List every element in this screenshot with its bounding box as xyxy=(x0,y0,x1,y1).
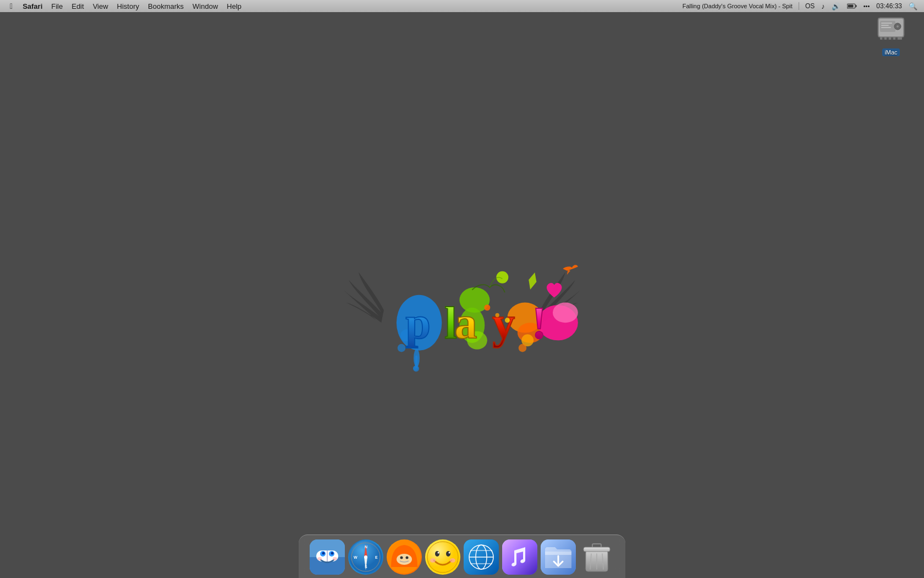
menu-edit[interactable]: Edit xyxy=(67,0,88,12)
svg-rect-13 xyxy=(887,37,889,40)
svg-point-54 xyxy=(322,552,325,555)
dock-item-safari[interactable]: N S W E xyxy=(348,539,383,575)
svg-point-33 xyxy=(553,303,578,323)
desktop-icon-imac[interactable]: iMac xyxy=(869,11,913,56)
svg-point-74 xyxy=(435,551,439,557)
menu-help[interactable]: Help xyxy=(222,0,246,12)
svg-rect-86 xyxy=(502,539,537,575)
itunes-icon xyxy=(502,539,537,575)
kenny-icon xyxy=(387,539,422,575)
menubar-separator xyxy=(799,2,799,10)
svg-rect-90 xyxy=(584,547,610,552)
svg-point-77 xyxy=(449,552,450,554)
svg-point-76 xyxy=(438,552,439,554)
svg-point-22 xyxy=(413,366,419,372)
menu-bookmarks[interactable]: Bookmarks xyxy=(144,0,188,12)
dock-item-itunes[interactable] xyxy=(502,539,537,575)
dock-item-kenny[interactable] xyxy=(387,539,422,575)
os-label: OS xyxy=(803,2,817,10)
svg-point-40 xyxy=(496,313,499,317)
svg-marker-27 xyxy=(526,271,538,291)
menu-window[interactable]: Window xyxy=(188,0,222,12)
menubar-battery-icon xyxy=(845,3,859,9)
svg-point-57 xyxy=(317,557,322,560)
network-icon xyxy=(464,539,499,575)
svg-point-78 xyxy=(430,558,436,563)
svg-point-69 xyxy=(397,554,412,565)
svg-point-7 xyxy=(897,25,899,28)
apple-menu[interactable]:  xyxy=(4,0,18,12)
menubar:  Safari File Edit View History Bookmark… xyxy=(0,0,924,12)
svg-rect-9 xyxy=(881,25,889,26)
menubar-left:  Safari File Edit View History Bookmark… xyxy=(4,0,246,12)
dock-item-downloads[interactable] xyxy=(541,539,576,575)
svg-point-31 xyxy=(519,344,527,352)
svg-point-71 xyxy=(406,557,409,559)
svg-point-41 xyxy=(505,318,510,323)
svg-rect-15 xyxy=(895,37,898,40)
menubar-right: Falling (Daddy's Groove Vocal Mix) - Spi… xyxy=(680,2,920,10)
finder-icon xyxy=(310,539,345,575)
svg-point-79 xyxy=(450,558,455,563)
svg-point-67 xyxy=(364,555,367,559)
svg-rect-10 xyxy=(881,27,891,28)
svg-rect-12 xyxy=(882,37,884,40)
svg-point-70 xyxy=(400,557,403,559)
dock-item-network[interactable] xyxy=(464,539,499,575)
svg-point-72 xyxy=(426,541,459,574)
dock: N S W E xyxy=(299,535,625,578)
svg-text:a: a xyxy=(454,297,477,348)
menubar-music-icon: ♪ xyxy=(819,2,827,10)
svg-point-75 xyxy=(446,551,450,557)
svg-text:S: S xyxy=(365,565,367,569)
dock-item-trash[interactable] xyxy=(579,539,614,575)
svg-text:!: ! xyxy=(532,297,547,348)
menubar-volume-icon: 🔊 xyxy=(829,2,843,10)
svg-text:y: y xyxy=(492,297,515,348)
menubar-extras-icon: ••• xyxy=(861,3,872,9)
clock: 03:46:33 xyxy=(874,2,904,10)
svg-point-18 xyxy=(398,344,406,352)
safari-icon: N S W E xyxy=(348,539,383,575)
svg-point-58 xyxy=(333,557,337,560)
svg-text:p: p xyxy=(405,297,430,348)
dock-item-finder[interactable] xyxy=(310,539,345,575)
downloads-icon xyxy=(541,539,576,575)
desktop:  Safari File Edit View History Bookmark… xyxy=(0,0,924,578)
svg-text:W: W xyxy=(354,555,358,559)
svg-rect-2 xyxy=(848,5,853,8)
svg-point-55 xyxy=(331,552,334,555)
smiley-icon xyxy=(425,539,460,575)
menu-history[interactable]: History xyxy=(113,0,144,12)
svg-rect-1 xyxy=(855,5,856,7)
svg-rect-8 xyxy=(881,23,892,24)
now-playing: Falling (Daddy's Groove Vocal Mix) - Spi… xyxy=(680,3,795,9)
search-icon[interactable]: 🔍 xyxy=(906,2,920,10)
svg-text:N: N xyxy=(365,545,367,549)
svg-point-39 xyxy=(484,304,490,310)
svg-rect-14 xyxy=(891,37,893,40)
imac-icon-image xyxy=(873,11,909,46)
dock-item-smiley[interactable] xyxy=(425,539,460,575)
imac-label: iMac xyxy=(882,48,899,56)
menu-file[interactable]: File xyxy=(47,0,67,12)
wallpaper-art: p l a y ! xyxy=(324,204,600,396)
menu-safari[interactable]: Safari xyxy=(18,0,47,12)
svg-text:E: E xyxy=(375,555,378,559)
menu-view[interactable]: View xyxy=(89,0,113,12)
trash-icon xyxy=(579,539,614,575)
